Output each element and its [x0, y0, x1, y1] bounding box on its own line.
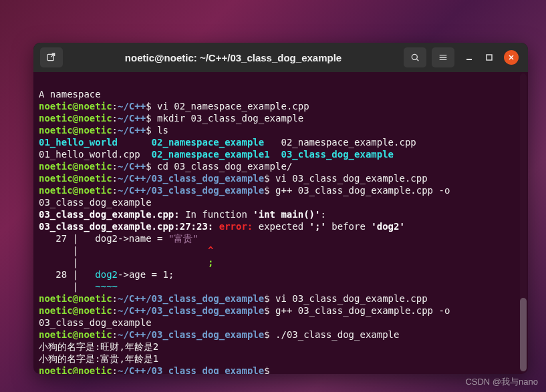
menu-button[interactable]: [432, 47, 454, 67]
titlebar: noetic@noetic: ~/C++/03_class_dog_exampl…: [33, 43, 528, 72]
command: ls: [152, 125, 168, 136]
command: cd 03_class_dog_example/: [152, 161, 293, 172]
terminal-body[interactable]: A namespace noetic@noetic:~/C++$ vi 02_n…: [33, 72, 528, 374]
code-line-num: 28 |: [39, 269, 78, 280]
scrollbar-thumb[interactable]: [520, 298, 527, 371]
compiler-loc: 03_class_dog_example.cpp:27:23:: [39, 221, 219, 232]
ls-dir: 02_namespace_example1: [152, 149, 270, 160]
svg-rect-2: [487, 55, 492, 60]
prompt-path: ~/C++: [118, 101, 146, 112]
maximize-button[interactable]: [484, 52, 495, 63]
ls-file: 01_hello_world.cpp: [39, 149, 140, 160]
svg-point-1: [412, 54, 417, 59]
terminal-window: noetic@noetic: ~/C++/03_class_dog_exampl…: [33, 43, 528, 374]
program-output: 小狗的名字是:旺财,年龄是2: [39, 341, 158, 352]
ls-dir: 02_namespace_example: [152, 137, 265, 148]
close-button[interactable]: [504, 50, 519, 65]
window-controls: [464, 50, 519, 65]
search-button[interactable]: [404, 47, 426, 67]
error-keyword: error:: [219, 221, 253, 232]
command: vi 02_namespace_example.cpp: [152, 101, 309, 112]
command: ./03_class_dog_example: [270, 329, 400, 340]
output-line: A namespace: [39, 89, 101, 100]
ls-dir: 01_hello_world: [39, 137, 118, 148]
ls-file: 02_namespace_example.cpp: [281, 137, 416, 148]
command: vi 03_class_dog_example.cpp: [270, 173, 428, 184]
watermark: CSDN @我与nano: [465, 376, 538, 388]
minimize-button[interactable]: [464, 52, 474, 63]
new-tab-button[interactable]: [40, 47, 63, 67]
command: mkdir 03_class_dog_example: [152, 113, 304, 124]
prompt-userhost: noetic@noetic: [39, 101, 112, 112]
error-caret: ^: [78, 245, 213, 256]
program-output: 小狗的名字是:富贵,年龄是1: [39, 353, 158, 364]
ls-dir: 03_class_dog_example: [281, 149, 394, 160]
code-line-num: 27 |: [39, 233, 78, 244]
window-title: noetic@noetic: ~/C++/03_class_dog_exampl…: [68, 52, 398, 63]
compiler-file: 03_class_dog_example.cpp:: [39, 209, 180, 220]
command: vi 03_class_dog_example.cpp: [270, 293, 428, 304]
